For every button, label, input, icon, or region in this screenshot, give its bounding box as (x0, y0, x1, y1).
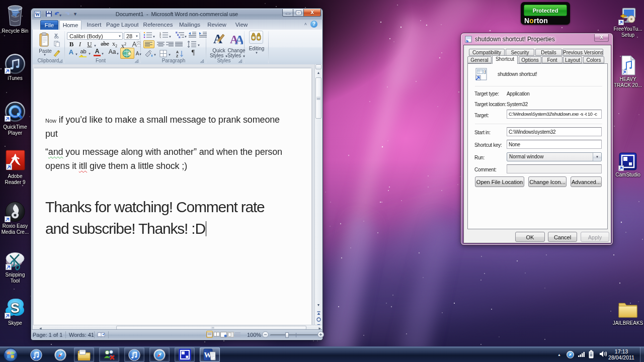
svg-text:3: 3 (159, 36, 161, 39)
svg-text:A: A (176, 50, 179, 54)
svg-text:S: S (11, 301, 20, 316)
svg-text:A: A (235, 33, 243, 45)
svg-text:!: ! (485, 69, 486, 74)
svg-text:Z: Z (176, 54, 179, 58)
